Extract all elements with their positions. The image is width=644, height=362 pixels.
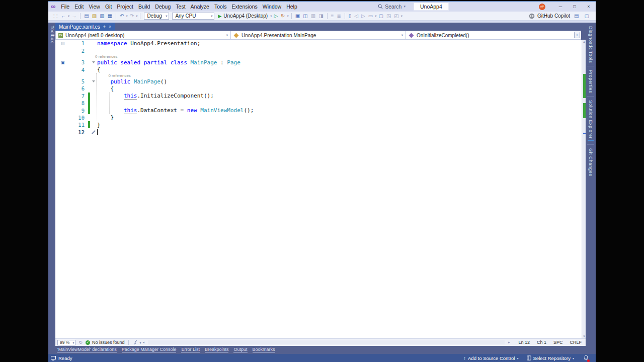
- line-number[interactable]: 6: [70, 85, 85, 92]
- indent-icon[interactable]: ≡: [330, 12, 336, 20]
- menu-analyze[interactable]: Analyze: [188, 2, 212, 12]
- menu-view[interactable]: View: [86, 2, 103, 12]
- select-repository-button[interactable]: Select Repository ▾: [524, 355, 577, 361]
- code-text[interactable]: public sealed partial class MainPage : P…: [97, 59, 240, 66]
- redo-caret-icon[interactable]: ▾: [135, 12, 138, 20]
- codelens-references[interactable]: 0 references: [55, 73, 582, 78]
- line-number[interactable]: 4: [70, 67, 85, 73]
- save-all-icon[interactable]: ▦: [106, 12, 114, 20]
- start-without-debugging-icon[interactable]: ▷: [272, 12, 279, 20]
- redo-icon[interactable]: ↷: [128, 12, 135, 20]
- type-dropdown[interactable]: UnoApp4.Presentation.MainPage ▾: [230, 31, 406, 40]
- previous-bookmark-icon[interactable]: ◁: [353, 12, 360, 20]
- code-line[interactable]: 8: [55, 100, 582, 107]
- fold-collapse-icon[interactable]: [92, 80, 95, 82]
- code-line[interactable]: ▣3public sealed partial class MainPage :…: [55, 59, 582, 66]
- copilot-chat-icon[interactable]: ▢: [583, 12, 591, 20]
- line-number[interactable]: 2: [70, 48, 85, 54]
- code-cleanup-icon[interactable]: [133, 340, 138, 345]
- menu-help[interactable]: Help: [284, 2, 300, 12]
- new-project-icon[interactable]: ▤: [83, 12, 90, 20]
- menu-project[interactable]: Project: [114, 2, 136, 12]
- code-text[interactable]: {: [97, 66, 101, 73]
- codelens-references[interactable]: 0 references: [55, 54, 582, 59]
- outlining-toggle-button[interactable]: ±: [574, 32, 580, 38]
- line-number[interactable]: 11: [70, 122, 85, 128]
- background-tasks-icon[interactable]: [51, 356, 56, 360]
- open-file-icon[interactable]: ▨: [91, 12, 98, 20]
- menu-window[interactable]: Window: [260, 2, 284, 12]
- line-number[interactable]: 1: [70, 40, 85, 46]
- hscroll-right-icon[interactable]: ▸: [507, 340, 512, 344]
- menu-git[interactable]: Git: [103, 2, 114, 12]
- code-line[interactable]: 6 {: [55, 85, 582, 92]
- code-text[interactable]: }: [97, 114, 114, 121]
- bottom-tab-breakpoints[interactable]: Breakpoints: [205, 347, 229, 353]
- code-text[interactable]: [97, 129, 98, 135]
- solution-platform-dropdown[interactable]: Any CPU▾: [172, 13, 214, 20]
- code-text[interactable]: public MainPage(): [97, 78, 167, 85]
- tab-pin-icon[interactable]: +: [103, 24, 106, 29]
- code-line[interactable]: 7 this.InitializeComponent();: [55, 93, 582, 100]
- code-text[interactable]: this.DataContext = new MainViewModel();: [97, 107, 254, 114]
- terminal-icon[interactable]: ▢: [377, 12, 384, 20]
- next-bookmark-icon[interactable]: ▷: [360, 12, 367, 20]
- start-debugging-button[interactable]: ▶UnoApp4 (Desktop): [216, 13, 270, 19]
- menu-extensions[interactable]: Extensions: [229, 2, 260, 12]
- add-to-source-control-button[interactable]: ↑ Add to Source Control ▾: [461, 355, 521, 361]
- fold-margin[interactable]: [90, 61, 97, 63]
- panel-tab-git-changes[interactable]: Git Changes: [588, 145, 593, 179]
- line-number[interactable]: 12: [70, 129, 85, 135]
- minimize-button[interactable]: ─: [553, 2, 568, 12]
- code-editor[interactable]: ▤1namespace UnoApp4.Presentation;20 refe…: [55, 40, 582, 338]
- task-list-icon[interactable]: ◰: [392, 12, 400, 20]
- code-text[interactable]: {: [97, 85, 114, 92]
- github-copilot-icon[interactable]: [529, 13, 535, 19]
- account-avatar[interactable]: AP: [539, 4, 545, 10]
- toolbar-grip[interactable]: ⋮⋮: [50, 14, 59, 18]
- menu-file[interactable]: File: [58, 2, 72, 12]
- toolbar-options-caret-icon[interactable]: ▾: [400, 12, 403, 20]
- fold-collapse-icon[interactable]: [92, 61, 95, 63]
- bottom-tab-bookmarks[interactable]: Bookmarks: [253, 347, 275, 353]
- menu-build[interactable]: Build: [136, 2, 152, 12]
- menu-edit[interactable]: Edit: [72, 2, 86, 12]
- document-health-label[interactable]: No issues found: [92, 340, 125, 345]
- menu-test[interactable]: Test: [173, 2, 188, 12]
- hot-reload-caret-icon[interactable]: ▾: [287, 12, 289, 20]
- line-number[interactable]: 5: [70, 78, 85, 84]
- clear-bookmarks-icon[interactable]: ▭: [367, 12, 374, 20]
- code-line[interactable]: 5 public MainPage(): [55, 78, 582, 85]
- line-number[interactable]: 3: [70, 59, 85, 65]
- code-line[interactable]: 10 }: [55, 114, 582, 121]
- code-text[interactable]: this.InitializeComponent();: [97, 93, 214, 99]
- hot-reload-icon[interactable]: ↻: [279, 12, 286, 20]
- comment-icon[interactable]: ▥: [309, 12, 317, 20]
- bottom-tab-error-list[interactable]: Error List: [181, 347, 200, 353]
- line-number[interactable]: 9: [70, 108, 85, 114]
- uncomment-icon[interactable]: ◨: [317, 12, 325, 20]
- code-line[interactable]: 2: [55, 47, 582, 54]
- line-number[interactable]: 10: [70, 115, 85, 121]
- tab-close-icon[interactable]: ×: [109, 24, 111, 29]
- github-copilot-label[interactable]: GitHub Copilot: [537, 13, 570, 19]
- close-button[interactable]: ×: [582, 2, 596, 12]
- line-number[interactable]: 8: [70, 100, 85, 106]
- editor-vertical-scrollbar[interactable]: ▲ ▼: [582, 40, 586, 338]
- code-line[interactable]: 12: [55, 128, 582, 135]
- bottom-tab-output[interactable]: Output: [233, 347, 247, 353]
- undo-icon[interactable]: ↶: [118, 12, 125, 20]
- code-text[interactable]: }: [97, 122, 101, 128]
- panel-tab-properties[interactable]: Properties: [588, 66, 593, 96]
- solution-configuration-dropdown[interactable]: Debug▾: [144, 13, 169, 20]
- hscroll-left-icon[interactable]: ◂: [141, 340, 146, 344]
- menu-debug[interactable]: Debug: [152, 2, 173, 12]
- code-line[interactable]: 4{: [55, 66, 582, 73]
- code-text[interactable]: namespace UnoApp4.Presentation;: [97, 40, 200, 47]
- tab-mainpage-xaml-cs[interactable]: MainPage.xaml.cs + ×: [55, 23, 115, 31]
- find-in-files-icon[interactable]: ▣: [294, 12, 301, 20]
- bottom-tab-package-manager-console[interactable]: Package Manager Console: [122, 347, 177, 353]
- document-health-icon[interactable]: ↻: [78, 340, 83, 345]
- menu-tools[interactable]: Tools: [212, 2, 229, 12]
- nav-backward-icon[interactable]: ←: [59, 12, 67, 20]
